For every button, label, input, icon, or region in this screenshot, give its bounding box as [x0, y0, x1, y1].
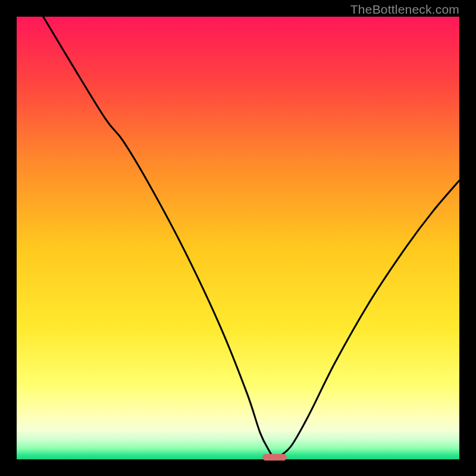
minimum-marker	[262, 454, 287, 461]
plot-area	[17, 17, 459, 459]
chart-container: TheBottleneck.com	[0, 0, 476, 476]
svg-rect-0	[17, 17, 459, 459]
watermark-text: TheBottleneck.com	[350, 2, 459, 17]
gradient-background	[17, 17, 459, 459]
